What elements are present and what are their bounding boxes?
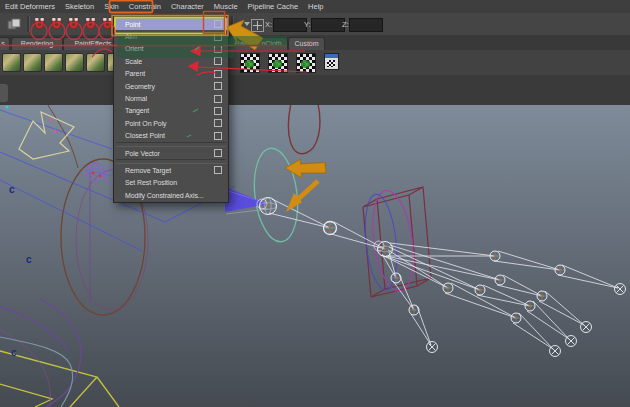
- z-coord-input[interactable]: [349, 18, 383, 32]
- tilde-glyph: ~: [237, 18, 243, 29]
- menu-item-label: Point On Poly: [125, 120, 167, 127]
- tab-rendering[interactable]: Rendering: [11, 37, 63, 50]
- menu-item-label: Remove Target: [125, 167, 171, 174]
- y-coord-input[interactable]: [311, 18, 345, 32]
- snap-to-curves-icon[interactable]: [49, 17, 64, 32]
- menu-constrain[interactable]: Constrain: [124, 0, 166, 13]
- panel-toolbar-band: [0, 75, 630, 106]
- constrain-dropdown-menu: Point Aim Orient Scale Paren: [113, 16, 229, 203]
- snap-to-projected-center-icon[interactable]: [83, 17, 98, 32]
- x-coord-label: X:: [265, 20, 272, 29]
- dropdown-arrow-icon: [244, 22, 250, 26]
- nconstraint-icon[interactable]: [296, 53, 316, 73]
- menu-help[interactable]: Help: [303, 0, 328, 13]
- y-coord-label: Y:: [304, 20, 311, 29]
- paintfx-preset-icon-3[interactable]: [44, 53, 63, 72]
- menu-item-label: Closest Point: [125, 132, 165, 139]
- menu-item-label: Pole Vector: [125, 150, 160, 157]
- option-box-icon[interactable]: [214, 33, 222, 41]
- ncloth-collide-icon[interactable]: [268, 53, 288, 73]
- option-box-icon[interactable]: [214, 166, 222, 174]
- toolbar-separator: [231, 16, 234, 32]
- menu-item-label: Geometry: [125, 83, 155, 90]
- snap-to-points-icon[interactable]: [66, 17, 81, 32]
- z-coord-label: Z:: [342, 20, 349, 29]
- panel-menu-collapse-tab[interactable]: [0, 84, 8, 102]
- option-box-icon[interactable]: [214, 20, 222, 28]
- menu-item[interactable]: Set Rest Position: [114, 177, 228, 189]
- option-box-icon[interactable]: [214, 70, 222, 78]
- tab-custom[interactable]: Custom: [288, 37, 325, 50]
- option-box-icon[interactable]: [214, 57, 222, 65]
- paintfx-preset-icon-4[interactable]: [65, 53, 84, 72]
- menu-muscle[interactable]: Muscle: [209, 0, 243, 13]
- menu-item[interactable]: Orient: [114, 43, 228, 55]
- menu-item-label: Tangent: [125, 107, 149, 114]
- menu-item[interactable]: Aim: [114, 30, 228, 42]
- toolbar-separator: [27, 16, 30, 32]
- ncloth-shelf-icons: [240, 53, 339, 73]
- painteffects-shelf-icons: [2, 53, 126, 72]
- curve-label-c1: c: [9, 184, 15, 195]
- menu-item[interactable]: Scale: [114, 55, 228, 67]
- paintfx-preset-icon-5[interactable]: [86, 53, 105, 72]
- option-box-icon[interactable]: [214, 119, 222, 127]
- menu-item-label: Point: [125, 21, 140, 28]
- paintfx-preset-icon-2[interactable]: [23, 53, 42, 72]
- option-box-icon[interactable]: [214, 82, 222, 90]
- menu-item-label: Orient: [125, 45, 143, 52]
- menu-item[interactable]: Modify Constrained Axis...: [114, 189, 228, 201]
- menu-item[interactable]: Normal: [114, 92, 228, 104]
- snap-icons-group: [32, 17, 115, 32]
- input-operations-dropdown[interactable]: ~: [237, 19, 251, 31]
- menu-item[interactable]: Pole Vector: [114, 147, 228, 159]
- menu-item-label: Parent: [125, 70, 145, 77]
- menu-skeleton[interactable]: Skeleton: [60, 0, 99, 13]
- viewport-canvas[interactable]: c c c: [0, 105, 630, 407]
- option-box-icon[interactable]: [214, 107, 222, 115]
- menu-item[interactable]: Remove Target: [114, 164, 228, 176]
- curve-label-c3: c: [11, 347, 17, 358]
- menu-item[interactable]: Point On Poly: [114, 117, 228, 129]
- menu-skin[interactable]: Skin: [99, 0, 124, 13]
- absolute-transform-icon[interactable]: [251, 19, 264, 32]
- x-coord-input[interactable]: [273, 18, 307, 32]
- option-box-icon[interactable]: [214, 45, 222, 53]
- shelf-editor-icon[interactable]: [324, 53, 339, 70]
- menu-item-label: Modify Constrained Axis...: [125, 192, 203, 199]
- viewport-background[interactable]: [0, 105, 630, 407]
- menu-item[interactable]: Geometry: [114, 80, 228, 92]
- menu-item-label: Aim: [125, 33, 137, 40]
- menu-item[interactable]: Tangent: [114, 105, 228, 117]
- selection-mask-icon[interactable]: [7, 17, 22, 32]
- menu-item[interactable]: Point: [114, 18, 228, 30]
- curve-label-c2: c: [26, 254, 32, 265]
- shelf-tabs-row: s Rendering PaintEffects Hair nCloth Cus…: [0, 35, 630, 51]
- menu-character[interactable]: Character: [166, 0, 209, 13]
- menu-item[interactable]: Closest Point: [114, 130, 228, 142]
- option-box-icon[interactable]: [214, 95, 222, 103]
- forearm-joint[interactable]: [324, 222, 337, 235]
- menu-edit-deformers[interactable]: Edit Deformers: [0, 0, 60, 13]
- menu-item-label: Set Rest Position: [125, 179, 177, 186]
- snap-to-grids-icon[interactable]: [32, 17, 47, 32]
- tab-partial[interactable]: s: [0, 37, 10, 50]
- status-line: ~ X: Y: Z:: [0, 13, 630, 36]
- option-box-icon[interactable]: [214, 132, 222, 140]
- maya-window: Edit Deformers Skeleton Skin Constrain C…: [0, 0, 630, 407]
- shelf: [0, 50, 630, 76]
- tab-hair[interactable]: Hair: [227, 37, 255, 50]
- main-menubar: Edit Deformers Skeleton Skin Constrain C…: [0, 0, 630, 14]
- option-box-icon[interactable]: [214, 149, 222, 157]
- menu-pipeline-cache[interactable]: Pipeline Cache: [243, 0, 303, 13]
- menu-item-label: Normal: [125, 95, 147, 102]
- tab-ncloth[interactable]: nCloth: [255, 37, 288, 50]
- ncloth-create-icon[interactable]: [240, 53, 260, 73]
- menu-item-label: Scale: [125, 58, 142, 65]
- paintfx-preset-icon-1[interactable]: [2, 53, 21, 72]
- menu-item[interactable]: Parent: [114, 68, 228, 80]
